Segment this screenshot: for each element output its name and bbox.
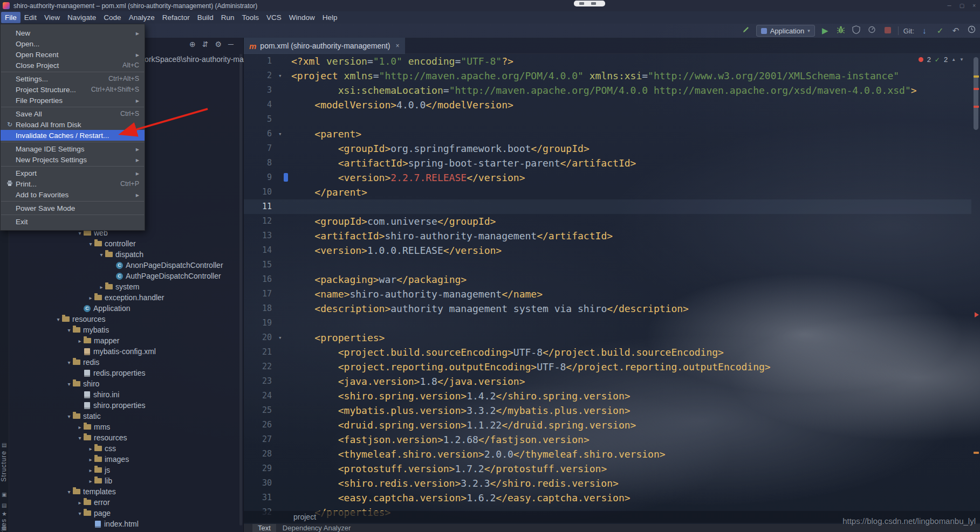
code-line-13[interactable]: 13 <artifactId>shiro-authority-managemen… bbox=[244, 229, 971, 243]
code-line-19[interactable]: 19 bbox=[244, 316, 971, 330]
git-commit-icon[interactable]: ✓ bbox=[935, 25, 945, 36]
chevron-collapsed-icon[interactable]: ▸ bbox=[87, 295, 94, 301]
tree-item-anonpagedispatchcontroller[interactable]: CAnonPageDispatchController bbox=[9, 260, 240, 271]
menubar-item-file[interactable]: File bbox=[1, 12, 20, 23]
menu-item-open[interactable]: Open... bbox=[1, 38, 145, 49]
code-line-24[interactable]: 24 <shiro.spring.version>1.4.2</shiro.sp… bbox=[244, 389, 971, 403]
code-line-4[interactable]: 4 <modelVersion>4.0.0</modelVersion> bbox=[244, 98, 971, 112]
prev-issue-icon[interactable]: ▲ bbox=[951, 57, 956, 62]
line-number[interactable]: 7 bbox=[244, 141, 272, 156]
menubar-item-window[interactable]: Window bbox=[285, 12, 319, 23]
tool-icon-1[interactable]: ▣ bbox=[2, 492, 6, 498]
code-line-28[interactable]: 28 <thymeleaf.shiro.version>2.0.0</thyme… bbox=[244, 447, 971, 461]
tree-item-exception-handler[interactable]: ▸exception.handler bbox=[9, 292, 240, 303]
editor-tab-pom-xml[interactable]: m pom.xml (shiro-authority-management) × bbox=[244, 38, 405, 54]
line-number[interactable]: 22 bbox=[244, 360, 272, 374]
tool-icon-2[interactable]: ▤ bbox=[2, 502, 6, 508]
menu-item-settings[interactable]: Settings...Ctrl+Alt+S bbox=[1, 73, 145, 84]
structure-tool-icon[interactable]: ▤ bbox=[2, 442, 6, 448]
menubar-item-code[interactable]: Code bbox=[100, 12, 125, 23]
menubar-item-analyze[interactable]: Analyze bbox=[125, 12, 159, 23]
tree-item-page[interactable]: ▾page bbox=[9, 508, 240, 519]
code-line-5[interactable]: 5 bbox=[244, 112, 971, 127]
tree-item-static[interactable]: ▾static bbox=[9, 411, 240, 422]
brush-icon[interactable] bbox=[741, 25, 751, 36]
line-number[interactable]: 18 bbox=[244, 301, 272, 316]
tree-item-mybatis-config-xml[interactable]: mybatis-config.xml bbox=[9, 346, 240, 357]
tool-window-switcher-icon[interactable]: ▦ bbox=[2, 525, 6, 531]
tree-item-js[interactable]: ▸js bbox=[9, 465, 240, 475]
chevron-collapsed-icon[interactable]: ▸ bbox=[98, 284, 105, 290]
tool-button-structure[interactable]: Structure bbox=[0, 451, 9, 482]
code-line-31[interactable]: 31 <easy.captcha.version>1.6.2</easy.cap… bbox=[244, 490, 971, 505]
line-number[interactable]: 2 bbox=[244, 68, 272, 83]
menubar-item-build[interactable]: Build bbox=[194, 12, 217, 23]
menu-item-project-structure[interactable]: Project Structure...Ctrl+Alt+Shift+S bbox=[1, 84, 145, 95]
hide-panel-icon[interactable]: ─ bbox=[228, 40, 234, 49]
menu-item-new[interactable]: New▸ bbox=[1, 27, 145, 38]
chevron-collapsed-icon[interactable]: ▸ bbox=[76, 500, 84, 506]
stripe-mark-warning[interactable] bbox=[974, 75, 979, 78]
line-number[interactable]: 1 bbox=[244, 54, 272, 68]
line-number[interactable]: 23 bbox=[244, 374, 272, 389]
code-line-11[interactable]: 11 bbox=[244, 199, 971, 214]
code-line-23[interactable]: 23 <java.version>1.8</java.version> bbox=[244, 374, 971, 389]
menubar-item-refactor[interactable]: Refactor bbox=[159, 12, 194, 23]
bottom-tab-dependency-analyzer[interactable]: Dependency Analyzer bbox=[277, 524, 356, 532]
chevron-expanded-icon[interactable]: ▾ bbox=[65, 360, 73, 365]
line-number[interactable]: 14 bbox=[244, 243, 272, 258]
line-number[interactable]: 17 bbox=[244, 287, 272, 301]
menu-item-manage-ide-settings[interactable]: Manage IDE Settings▸ bbox=[1, 143, 145, 154]
line-number[interactable]: 29 bbox=[244, 461, 272, 476]
next-issue-icon[interactable]: ▼ bbox=[960, 57, 964, 62]
chevron-collapsed-icon[interactable]: ▸ bbox=[87, 457, 94, 462]
menubar-item-run[interactable]: Run bbox=[217, 12, 238, 23]
git-history-icon[interactable] bbox=[966, 25, 977, 36]
code-line-9[interactable]: 9 <version>2.2.7.RELEASE</version> bbox=[244, 170, 971, 185]
menubar-item-edit[interactable]: Edit bbox=[20, 12, 40, 23]
line-number[interactable]: 31 bbox=[244, 490, 272, 505]
line-number[interactable]: 25 bbox=[244, 403, 272, 418]
tree-item-redis-properties[interactable]: redis.properties bbox=[9, 368, 240, 378]
git-update-icon[interactable]: ↓ bbox=[919, 25, 930, 36]
chevron-expanded-icon[interactable]: ▾ bbox=[65, 381, 73, 387]
line-number[interactable]: 4 bbox=[244, 98, 272, 112]
coverage-button[interactable] bbox=[851, 25, 862, 37]
stop-button[interactable] bbox=[882, 25, 893, 36]
chevron-collapsed-icon[interactable]: ▸ bbox=[87, 446, 94, 452]
star-icon[interactable]: ★ bbox=[2, 510, 7, 517]
locate-icon[interactable]: ⊕ bbox=[189, 40, 196, 49]
menu-item-export[interactable]: Export▸ bbox=[1, 168, 145, 178]
run-config-selector[interactable]: Application ▾ bbox=[756, 25, 815, 37]
menubar-item-navigate[interactable]: Navigate bbox=[64, 12, 100, 23]
line-number[interactable]: 30 bbox=[244, 476, 272, 490]
line-number[interactable]: 28 bbox=[244, 447, 272, 461]
chevron-collapsed-icon[interactable]: ▸ bbox=[76, 338, 84, 344]
line-number[interactable]: 12 bbox=[244, 214, 272, 229]
stripe-mark-error[interactable] bbox=[974, 106, 979, 108]
line-number[interactable]: 16 bbox=[244, 272, 272, 287]
menu-item-reload-all-from-disk[interactable]: ↻Reload All from Disk bbox=[1, 119, 145, 130]
line-number[interactable]: 26 bbox=[244, 418, 272, 432]
line-number[interactable]: 6 bbox=[244, 127, 272, 141]
code-line-30[interactable]: 30 <shiro.redis.version>3.2.3</shiro.red… bbox=[244, 476, 971, 490]
menu-item-print[interactable]: Print...Ctrl+P bbox=[1, 178, 145, 189]
code-line-8[interactable]: 8 <artifactId>spring-boot-starter-parent… bbox=[244, 156, 971, 170]
chevron-expanded-icon[interactable]: ▾ bbox=[65, 489, 73, 495]
git-rollback-icon[interactable]: ↶ bbox=[950, 25, 961, 36]
tree-item-mapper[interactable]: ▸mapper bbox=[9, 335, 240, 346]
code-line-10[interactable]: 10 </parent> bbox=[244, 185, 971, 199]
menu-item-open-recent[interactable]: Open Recent▸ bbox=[1, 49, 145, 60]
line-number[interactable]: 11 bbox=[244, 199, 272, 214]
code-line-21[interactable]: 21 <project.build.sourceEncoding>UTF-8</… bbox=[244, 345, 971, 360]
tree-item-shiro[interactable]: ▾shiro bbox=[9, 378, 240, 389]
code-line-7[interactable]: 7 <groupId>org.springframework.boot</gro… bbox=[244, 141, 971, 156]
editor-scrollbar[interactable] bbox=[972, 54, 980, 510]
menu-item-close-project[interactable]: Close ProjectAlt+C bbox=[1, 60, 145, 71]
code-line-16[interactable]: 16 <packaging>war</packaging> bbox=[244, 272, 971, 287]
code-line-25[interactable]: 25 <mybatis.plus.version>3.3.2</mybatis.… bbox=[244, 403, 971, 418]
code-line-3[interactable]: 3 xsi:schemaLocation="http://maven.apach… bbox=[244, 83, 971, 98]
menu-item-add-to-favorites[interactable]: Add to Favorites▸ bbox=[1, 189, 145, 200]
tree-item-index-html[interactable]: index.html bbox=[9, 519, 240, 529]
line-number[interactable]: 20 bbox=[244, 330, 272, 345]
